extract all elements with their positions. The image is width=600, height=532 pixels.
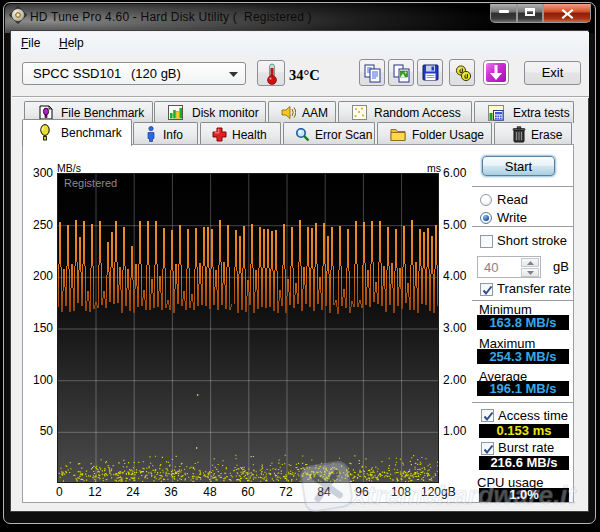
svg-text:Registered: Registered <box>64 177 117 189</box>
